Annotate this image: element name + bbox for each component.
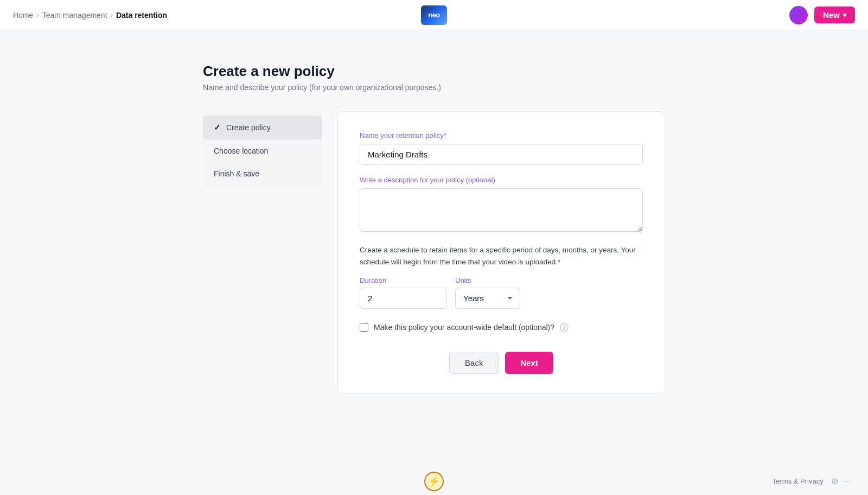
- logo[interactable]: neo: [421, 5, 447, 25]
- page-title: Create a new policy: [203, 63, 665, 80]
- info-icon[interactable]: ⓘ: [560, 323, 569, 332]
- steps-sidebar: ✓ Create policy Choose location Finish &…: [203, 111, 322, 189]
- footer-icons: ⊘ ···: [831, 476, 851, 486]
- terms-privacy-link[interactable]: Terms & Privacy: [773, 477, 824, 485]
- step-finish-save-label: Finish & save: [214, 169, 259, 178]
- lightning-icon[interactable]: ⚡: [424, 472, 444, 491]
- footer: ⚡ Terms & Privacy ⊘ ···: [0, 467, 868, 495]
- units-select[interactable]: Days Months Years: [455, 288, 520, 309]
- step-create-policy-label: Create policy: [226, 123, 271, 132]
- checkbox-label-text: Make this policy your account-wide defau…: [374, 323, 554, 332]
- duration-col: Duration: [360, 276, 446, 309]
- units-col: Units Days Months Years: [455, 276, 520, 309]
- content-row: ✓ Create policy Choose location Finish &…: [203, 111, 665, 394]
- footer-right: Terms & Privacy ⊘ ···: [773, 476, 851, 486]
- default-policy-checkbox[interactable]: [360, 323, 368, 332]
- description-section: Write a description for your policy (opt…: [360, 176, 643, 233]
- checkbox-row: Make this policy your account-wide defau…: [360, 322, 643, 334]
- footer-center: ⚡: [424, 472, 444, 491]
- new-button[interactable]: New ▾: [814, 7, 855, 23]
- step-choose-location-label: Choose location: [214, 147, 268, 155]
- avatar[interactable]: [789, 6, 808, 24]
- more-icon[interactable]: ···: [844, 477, 851, 486]
- units-label: Units: [455, 276, 520, 284]
- settings-icon[interactable]: ⊘: [831, 476, 838, 486]
- page-subtitle: Name and describe your policy (for your …: [203, 83, 665, 92]
- policy-name-label: Name your retention policy*: [360, 131, 643, 139]
- back-button[interactable]: Back: [449, 352, 499, 374]
- duration-input[interactable]: [360, 288, 446, 309]
- duration-label: Duration: [360, 276, 446, 284]
- policy-name-section: Name your retention policy*: [360, 131, 643, 165]
- main-content: Create a new policy Name and describe yo…: [190, 30, 678, 416]
- new-button-label: New: [823, 10, 840, 20]
- next-button[interactable]: Next: [505, 352, 553, 374]
- form-card: Name your retention policy* Write a desc…: [337, 111, 665, 394]
- description-textarea[interactable]: [360, 188, 643, 232]
- header-right: New ▾: [789, 6, 855, 24]
- breadcrumb-team-management[interactable]: Team management: [42, 11, 107, 20]
- description-label: Write a description for your policy (opt…: [360, 176, 643, 184]
- step-create-policy[interactable]: ✓ Create policy: [203, 116, 322, 139]
- schedule-info: Create a schedule to retain items for a …: [360, 244, 643, 268]
- header: Home › Team management › Data retention …: [0, 0, 868, 30]
- step-choose-location[interactable]: Choose location: [203, 139, 322, 162]
- breadcrumb-current: Data retention: [116, 11, 167, 20]
- logo-text: neo: [428, 11, 440, 19]
- check-icon: ✓: [214, 123, 221, 132]
- step-finish-save[interactable]: Finish & save: [203, 162, 322, 185]
- breadcrumb: Home › Team management › Data retention: [13, 11, 167, 20]
- breadcrumb-sep-1: ›: [36, 11, 39, 19]
- avatar-image: [789, 6, 808, 24]
- btn-row: Back Next: [360, 352, 643, 374]
- checkbox-label[interactable]: Make this policy your account-wide defau…: [374, 322, 569, 334]
- breadcrumb-home[interactable]: Home: [13, 11, 33, 20]
- duration-row: Duration Units Days Months Years: [360, 276, 643, 309]
- policy-name-input[interactable]: [360, 144, 643, 165]
- breadcrumb-sep-2: ›: [111, 11, 113, 19]
- chevron-down-icon: ▾: [843, 11, 846, 19]
